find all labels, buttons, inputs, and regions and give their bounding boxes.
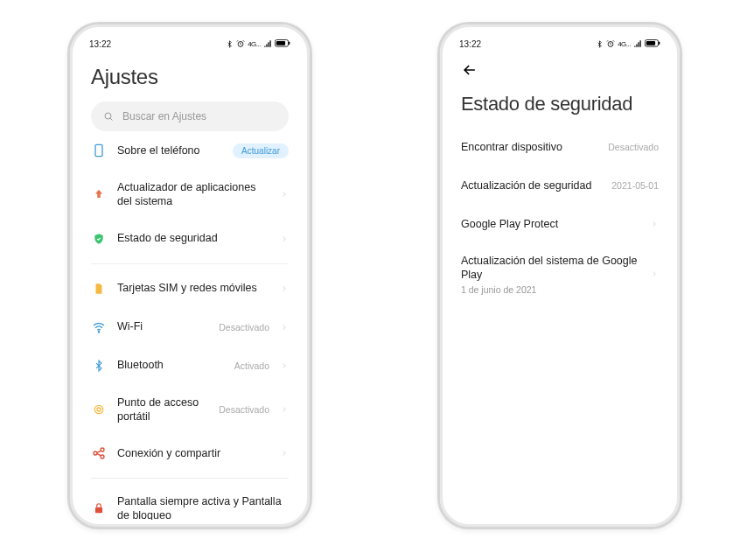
row-system-apps-updater[interactable]: Actualizador de aplicaciones del sistema — [91, 170, 289, 220]
row-label: Actualización del sistema de Google Play — [461, 254, 639, 283]
row-label: Actualización de seguridad — [461, 178, 601, 192]
statusbar-time: 13:22 — [89, 39, 111, 49]
network-text: 4G... — [248, 40, 261, 48]
signal-icon — [263, 39, 272, 48]
row-label: Wi-Fi — [117, 319, 208, 333]
svg-rect-3 — [276, 41, 285, 46]
search-placeholder: Buscar en Ajustes — [122, 110, 206, 122]
phone-frame-left: 13:22 4G... Ajustes Buscar en Ajustes So… — [67, 22, 312, 529]
svg-point-6 — [98, 331, 99, 332]
phone-frame-right: 13:22 4G... Estado de seguridad Encontra… — [437, 22, 682, 529]
security-content: Estado de seguridad Encontrar dispositiv… — [447, 54, 673, 520]
row-label: Encontrar dispositivo — [461, 140, 597, 154]
row-play-system-update[interactable]: Actualización del sistema de Google Play… — [461, 243, 659, 305]
row-label: Estado de seguridad — [117, 231, 269, 245]
chevron-right-icon — [280, 405, 289, 414]
chevron-right-icon — [280, 234, 289, 243]
row-about-phone[interactable]: Sobre el teléfono Actualizar — [91, 131, 289, 170]
row-sim-networks[interactable]: Tarjetas SIM y redes móviles — [91, 270, 289, 308]
chevron-right-icon — [650, 220, 659, 228]
phone-icon — [91, 143, 107, 158]
row-security-status[interactable]: Estado de seguridad — [91, 220, 289, 258]
screen-security: 13:22 4G... Estado de seguridad Encontra… — [447, 32, 673, 520]
row-lockscreen[interactable]: Pantalla siempre activa y Pantalla de bl… — [91, 484, 289, 520]
svg-point-4 — [105, 113, 111, 119]
svg-point-7 — [97, 408, 101, 411]
svg-point-9 — [94, 452, 97, 455]
svg-rect-15 — [659, 42, 660, 45]
statusbar: 13:22 4G... — [77, 33, 303, 54]
svg-rect-5 — [95, 144, 102, 156]
row-label: Bluetooth — [117, 358, 224, 372]
divider — [91, 263, 289, 264]
divider — [91, 478, 289, 479]
row-label: Sobre el teléfono — [117, 144, 222, 158]
statusbar-icons: 4G... — [226, 39, 290, 48]
network-text: 4G... — [618, 40, 631, 48]
arrow-left-icon — [461, 61, 478, 79]
alarm-icon — [606, 39, 615, 48]
share-icon — [91, 445, 107, 461]
row-security-update[interactable]: Actualización de seguridad 2021-05-01 — [461, 166, 659, 205]
statusbar-time: 13:22 — [459, 39, 481, 49]
svg-rect-2 — [289, 42, 290, 45]
battery-icon — [275, 39, 290, 48]
chevron-right-icon — [280, 190, 289, 199]
page-title: Ajustes — [91, 65, 289, 89]
row-value: Activado — [234, 360, 269, 371]
row-find-device[interactable]: Encontrar dispositivo Desactivado — [461, 128, 659, 166]
svg-point-8 — [94, 405, 102, 413]
hotspot-icon — [91, 402, 107, 417]
search-icon — [103, 111, 114, 122]
statusbar-icons: 4G... — [596, 39, 660, 48]
bluetooth-icon — [91, 358, 107, 374]
page-title: Estado de seguridad — [461, 93, 659, 116]
row-wifi[interactable]: Wi-Fi Desactivado — [91, 308, 289, 346]
alarm-icon — [236, 39, 245, 48]
row-value: Desactivado — [219, 404, 269, 415]
chevron-right-icon — [280, 323, 289, 332]
row-hotspot[interactable]: Punto de acceso portátil Desactivado — [91, 385, 289, 435]
chevron-right-icon — [280, 361, 289, 370]
shield-icon — [91, 231, 107, 247]
row-value: Desactivado — [608, 142, 659, 152]
svg-point-10 — [101, 448, 104, 452]
row-value: Desactivado — [219, 322, 269, 332]
row-subtitle: 1 de junio de 2021 — [461, 284, 639, 295]
lock-icon — [91, 500, 107, 516]
arrow-up-icon — [91, 186, 107, 202]
row-value: 2021-05-01 — [611, 180, 659, 191]
bluetooth-icon — [596, 40, 604, 48]
chevron-right-icon — [280, 284, 289, 293]
statusbar: 13:22 4G... — [447, 33, 673, 54]
wifi-icon — [91, 319, 107, 335]
bluetooth-icon — [226, 40, 234, 48]
row-label: Punto de acceso portátil — [117, 396, 208, 424]
row-label: Tarjetas SIM y redes móviles — [117, 281, 269, 295]
chevron-right-icon — [650, 270, 659, 278]
svg-rect-16 — [646, 41, 655, 46]
svg-point-11 — [101, 455, 104, 458]
signal-icon — [633, 39, 642, 48]
row-label: Pantalla siempre activa y Pantalla de bl… — [117, 494, 289, 520]
screen-settings: 13:22 4G... Ajustes Buscar en Ajustes So… — [77, 32, 303, 520]
settings-content: Ajustes Buscar en Ajustes Sobre el teléf… — [77, 54, 303, 520]
update-pill[interactable]: Actualizar — [233, 144, 289, 158]
chevron-right-icon — [280, 449, 289, 458]
row-play-protect[interactable]: Google Play Protect — [461, 205, 659, 243]
search-input[interactable]: Buscar en Ajustes — [91, 102, 289, 131]
row-label: Conexión y compartir — [117, 446, 269, 460]
row-connection-share[interactable]: Conexión y compartir — [91, 434, 289, 472]
row-label: Google Play Protect — [461, 217, 639, 231]
row-label: Actualizador de aplicaciones del sistema — [117, 180, 269, 209]
battery-icon — [645, 39, 660, 48]
sim-icon — [91, 281, 107, 297]
back-button[interactable] — [461, 61, 659, 82]
row-bluetooth[interactable]: Bluetooth Activado — [91, 346, 289, 385]
svg-rect-12 — [95, 508, 102, 513]
